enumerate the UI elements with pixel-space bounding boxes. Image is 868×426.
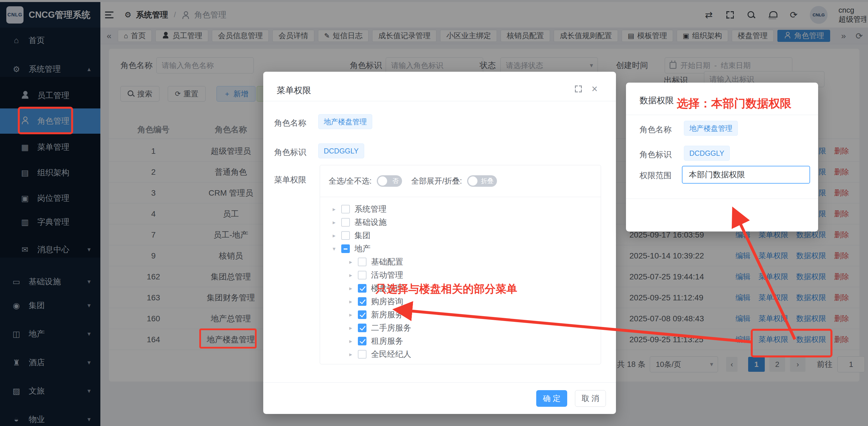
tree-node[interactable]: ▸二手房服务: [320, 321, 601, 334]
expand-all-label: 全部展开/折叠:: [411, 176, 462, 186]
tree-node-expanded[interactable]: ▾地产: [320, 242, 601, 255]
role-name-tag: 地产楼盘管理: [684, 121, 738, 136]
confirm-button[interactable]: 确 定: [536, 390, 567, 407]
scope-label: 权限范围: [640, 170, 672, 181]
dialog-role-name-label: 角色名称: [640, 124, 672, 135]
caret-down-icon[interactable]: ▾: [330, 245, 338, 252]
checkbox-unchecked[interactable]: [341, 218, 350, 226]
annotation-box-role-name: [199, 329, 257, 348]
tree-node[interactable]: ▸租房服务: [320, 334, 601, 348]
caret-right-icon[interactable]: ▸: [347, 311, 354, 318]
dialog-title: 数据权限: [640, 95, 674, 106]
checkbox-checked[interactable]: [358, 337, 367, 345]
caret-right-icon[interactable]: ▸: [347, 272, 354, 278]
tree-node[interactable]: ▸购房咨询: [320, 295, 601, 308]
tree-node[interactable]: ▸新房服务: [320, 308, 601, 321]
annotation-box-sidebar-roles: [18, 107, 73, 134]
dialog-close-icon[interactable]: ×: [592, 86, 597, 92]
menu-permission-dialog: 菜单权限 × 角色名称 地产楼盘管理 角色标识 DCDGGLY 菜单权限 全选/…: [263, 72, 616, 414]
caret-right-icon[interactable]: ▸: [347, 285, 354, 292]
tree-node[interactable]: ▸系统管理: [320, 203, 601, 216]
caret-right-icon[interactable]: ▸: [330, 219, 338, 226]
caret-right-icon[interactable]: ▸: [347, 338, 354, 344]
cancel-button[interactable]: 取 消: [575, 390, 606, 407]
role-name-tag: 地产楼盘管理: [318, 114, 372, 129]
tree-node[interactable]: ▸基础设施: [320, 216, 601, 229]
caret-right-icon[interactable]: ▸: [330, 206, 338, 213]
role-key-tag: DCDGGLY: [684, 146, 730, 161]
menu-tree-panel: 全选/全不选: 否 全部展开/折叠: 折叠 ▸系统管理 ▸基础设施 ▸集团 ▾地…: [320, 165, 601, 364]
checkbox-unchecked[interactable]: [341, 231, 350, 240]
dialog-role-name-label: 角色名称: [274, 118, 306, 128]
caret-right-icon[interactable]: ▸: [347, 298, 354, 305]
checkbox-unchecked[interactable]: [341, 205, 350, 213]
caret-right-icon[interactable]: ▸: [347, 258, 354, 265]
checkbox-unchecked[interactable]: [358, 257, 367, 266]
checkbox-checked[interactable]: [358, 310, 367, 319]
app-window: CNLG CNCG管理系统 ⚙ 系统管理 / 角色管理 ⇄ ⟳ CNLG cnc…: [0, 0, 868, 426]
annotation-note-data: 选择：本部门数据权限: [677, 95, 792, 111]
checkbox-unchecked[interactable]: [358, 271, 367, 279]
checkbox-checked[interactable]: [358, 284, 367, 293]
dialog-role-key-label: 角色标识: [274, 147, 306, 158]
expand-all-switch[interactable]: 折叠: [467, 175, 497, 187]
dialog-title: 菜单权限: [277, 85, 311, 96]
tree-node[interactable]: ▸基础配置: [320, 255, 601, 269]
dialog-role-key-label: 角色标识: [640, 149, 672, 160]
select-all-switch[interactable]: 否: [377, 175, 402, 187]
dialog-fullscreen-icon[interactable]: [575, 86, 582, 92]
scope-select-input[interactable]: 本部门数据权限: [682, 166, 810, 184]
caret-right-icon[interactable]: ▸: [347, 325, 354, 331]
tree-node[interactable]: ▸集团: [320, 229, 601, 242]
tree-node[interactable]: ▸活动管理: [320, 269, 601, 282]
role-key-tag: DCDGGLY: [318, 144, 364, 158]
select-all-label: 全选/全不选:: [329, 176, 372, 186]
annotation-box-row-actions: [751, 329, 832, 358]
tree-node[interactable]: ▸全民经纪人: [320, 348, 601, 361]
dialog-perm-label: 菜单权限: [274, 175, 306, 185]
checkbox-indeterminate[interactable]: [341, 244, 350, 253]
checkbox-checked[interactable]: [358, 297, 367, 306]
caret-right-icon[interactable]: ▸: [347, 351, 354, 358]
caret-right-icon[interactable]: ▸: [330, 232, 338, 239]
checkbox-checked[interactable]: [358, 324, 367, 332]
checkbox-unchecked[interactable]: [358, 350, 367, 359]
annotation-note-menu: 只选择与楼盘相关的部分菜单: [376, 282, 517, 296]
